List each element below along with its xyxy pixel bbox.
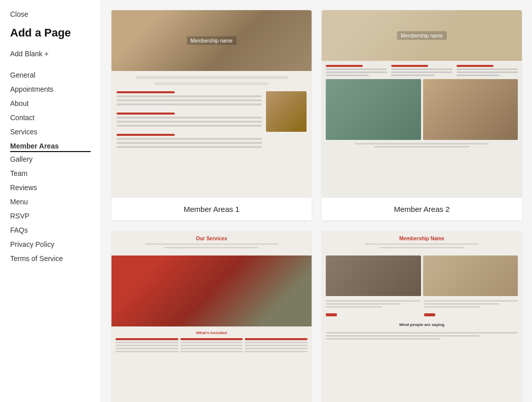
preview-images-2 (326, 79, 518, 140)
sidebar-item-reviews[interactable]: Reviews (10, 180, 91, 195)
template-card-1[interactable]: Membership name (111, 10, 312, 221)
sidebar-item-rsvp[interactable]: RSVP (10, 209, 91, 223)
preview-image-4a (326, 255, 421, 296)
preview-3-col-2 (180, 338, 243, 352)
preview-3-l2 (116, 345, 178, 346)
preview-text-col-1 (117, 91, 262, 148)
preview-3-col-1 (116, 338, 178, 352)
sidebar: Close Add a Page Add Blank + General App… (0, 0, 101, 402)
sidebar-item-faqs[interactable]: FAQs (10, 223, 91, 237)
preview-3-l12 (245, 351, 308, 352)
preview-title-3: Our Services (117, 236, 307, 241)
preview-2-line-4 (391, 68, 452, 70)
preview-side-image-1 (266, 91, 307, 132)
preview-header-3: Our Services (111, 231, 312, 255)
preview-hero-image-1: Membership name (111, 10, 312, 71)
preview-3-red-3 (245, 338, 308, 340)
preview-2-line-6 (391, 75, 434, 76)
template-preview-2: Membership name (322, 10, 522, 198)
preview-3-l10 (245, 345, 308, 346)
preview-body-1 (111, 71, 312, 198)
preview-col-2a (326, 65, 387, 76)
preview-3-l5 (180, 342, 243, 343)
preview-col-2b (391, 65, 452, 76)
preview-image-2b (423, 79, 518, 140)
sidebar-item-appointments[interactable]: Appointments (10, 82, 91, 96)
preview-image-2a (326, 79, 421, 140)
close-button[interactable]: Close (0, 10, 101, 26)
preview-3-l6 (180, 345, 243, 346)
preview-text-row-2 (326, 65, 518, 76)
sidebar-item-menu[interactable]: Menu (10, 195, 91, 209)
preview-3-col-3 (245, 338, 308, 352)
sidebar-item-privacy-policy[interactable]: Privacy Policy (10, 237, 91, 251)
preview-hero-text-2: Membership name (397, 31, 447, 40)
preview-3-l8 (180, 351, 243, 352)
preview-content-row-1 (117, 91, 307, 148)
preview-line-1b (117, 99, 262, 101)
preview-image-4b (423, 255, 518, 296)
preview-2-line-1 (326, 68, 387, 70)
preview-title-4: Membership Name (327, 236, 517, 241)
template-card-label-2: Member Areas 2 (322, 198, 522, 221)
sidebar-item-team[interactable]: Team (10, 166, 91, 180)
preview-line-3b (117, 142, 262, 144)
template-card-label-1: Member Areas 1 (111, 198, 312, 221)
preview-body-3: What's Included (111, 326, 312, 356)
sidebar-item-general[interactable]: General (10, 68, 91, 82)
preview-red-line-1 (117, 91, 175, 93)
preview-4-l2 (326, 335, 479, 337)
preview-red-line-3 (117, 134, 175, 136)
preview-line-2b (117, 121, 262, 123)
preview-text-line-1b (155, 82, 269, 85)
preview-2-line-2 (326, 71, 387, 73)
preview-line-1c (117, 103, 262, 105)
preview-4-l3 (326, 338, 441, 340)
preview-2-line-7 (457, 68, 518, 70)
preview-3-red-2 (180, 338, 243, 340)
sidebar-item-services[interactable]: Services (10, 125, 91, 139)
preview-body-2 (322, 61, 522, 198)
template-preview-3: Our Services What's Included (111, 231, 312, 402)
preview-3-l1 (116, 342, 178, 343)
sidebar-item-contact[interactable]: Contact (10, 111, 91, 125)
preview-2-line-5 (391, 71, 452, 73)
preview-hero-1: Membership name (111, 10, 312, 71)
preview-3-red-1 (116, 338, 178, 340)
template-gallery: Membership name (101, 0, 532, 402)
preview-hero-3 (111, 255, 312, 326)
preview-saying-4: What people are saying (326, 322, 518, 327)
preview-line-3c (117, 146, 262, 148)
template-grid: Membership name (111, 10, 522, 402)
template-preview-1: Membership name (111, 10, 312, 198)
preview-subtitle-3 (145, 243, 278, 245)
template-card-2[interactable]: Membership name (322, 10, 522, 221)
preview-text-line-1a (136, 76, 288, 79)
sidebar-item-about[interactable]: About (10, 96, 91, 111)
preview-2-line-8 (457, 71, 518, 73)
sidebar-nav: General Appointments About Contact Servi… (0, 68, 101, 266)
add-blank-button[interactable]: Add Blank + (0, 50, 101, 68)
preview-line-3a (117, 138, 262, 140)
template-preview-4: Membership Name (322, 231, 522, 402)
preview-3-l9 (245, 342, 308, 343)
sidebar-item-terms-of-service[interactable]: Terms of Service (10, 251, 91, 266)
preview-2-line-3 (326, 75, 369, 76)
preview-whats-included: What's Included (116, 331, 308, 335)
preview-subtitle-3b (164, 247, 259, 248)
preview-hero-2: Membership name (322, 10, 522, 61)
preview-line-2c (117, 125, 262, 127)
preview-grid-3 (116, 338, 308, 352)
preview-red-line-2 (117, 113, 175, 115)
preview-3-l7 (180, 348, 243, 349)
sidebar-item-member-areas[interactable]: Member Areas (10, 139, 91, 152)
preview-4-l1 (326, 332, 518, 334)
preview-header-4: Membership Name (322, 231, 522, 255)
template-card-3[interactable]: Our Services What's Included (111, 231, 312, 402)
preview-text-lines-4 (326, 330, 518, 342)
preview-line-1a (117, 95, 262, 97)
page-title: Add a Page (0, 26, 101, 50)
sidebar-item-gallery[interactable]: Gallery (10, 152, 91, 166)
template-card-4[interactable]: Membership Name (322, 231, 522, 402)
preview-2-line-9 (457, 75, 500, 76)
